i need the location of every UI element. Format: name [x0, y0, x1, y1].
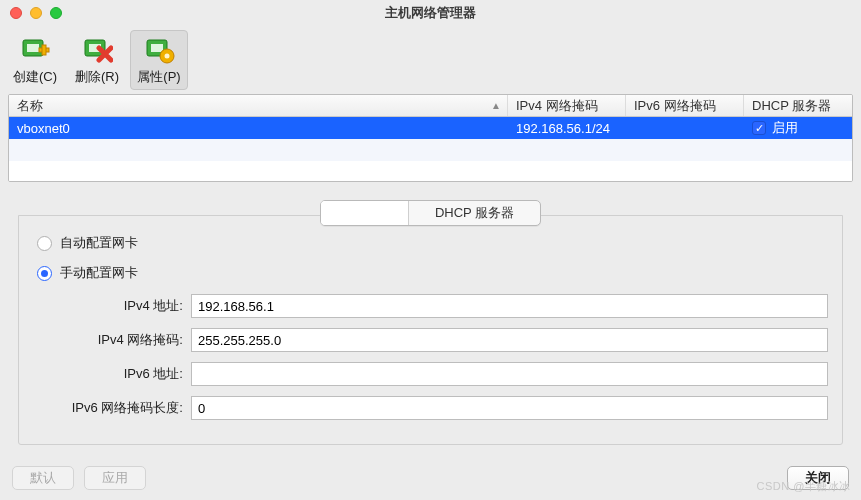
- ipv4-addr-input[interactable]: [191, 294, 828, 318]
- apply-button[interactable]: 应用: [84, 466, 146, 490]
- radio-icon: [37, 236, 52, 251]
- delete-label: 删除(R): [75, 68, 119, 86]
- col-ipv6-mask[interactable]: IPv6 网络掩码: [626, 95, 744, 116]
- watermark: CSDN @半糖冰冰: [757, 479, 851, 494]
- defaults-button[interactable]: 默认: [12, 466, 74, 490]
- tab-bar: DHCP 服务器: [18, 200, 843, 226]
- window-title: 主机网络管理器: [0, 4, 861, 22]
- table-row[interactable]: [9, 161, 852, 182]
- col-name[interactable]: 名称 ▲: [9, 95, 508, 116]
- ipv4-mask-input[interactable]: [191, 328, 828, 352]
- field-ipv4-mask: IPv4 网络掩码:: [33, 328, 828, 352]
- table-row[interactable]: [9, 139, 852, 161]
- delete-button[interactable]: 删除(R): [68, 30, 126, 90]
- ipv4-mask-label: IPv4 网络掩码:: [33, 331, 191, 349]
- create-icon: [19, 34, 51, 66]
- config-panel: DHCP 服务器 自动配置网卡 手动配置网卡 IPv4 地址: IPv4 网络掩…: [8, 182, 853, 460]
- radio-manual-label: 手动配置网卡: [60, 264, 138, 282]
- list-header: 名称 ▲ IPv4 网络掩码 IPv6 网络掩码 DHCP 服务器: [9, 95, 852, 117]
- ipv6-len-label: IPv6 网络掩码长度:: [33, 399, 191, 417]
- col-dhcp[interactable]: DHCP 服务器: [744, 95, 852, 116]
- ipv6-addr-input[interactable]: [191, 362, 828, 386]
- create-label: 创建(C): [13, 68, 57, 86]
- field-ipv4-address: IPv4 地址:: [33, 294, 828, 318]
- properties-button[interactable]: 属性(P): [130, 30, 188, 90]
- row-ipv4: 192.168.56.1/24: [508, 117, 626, 139]
- delete-icon: [81, 34, 113, 66]
- svg-rect-7: [151, 44, 163, 52]
- ipv4-addr-label: IPv4 地址:: [33, 297, 191, 315]
- ipv6-addr-label: IPv6 地址:: [33, 365, 191, 383]
- table-row[interactable]: vboxnet0 192.168.56.1/24 ✓ 启用: [9, 117, 852, 139]
- properties-icon: [143, 34, 175, 66]
- tab-adapter[interactable]: [321, 201, 409, 225]
- field-ipv6-length: IPv6 网络掩码长度:: [33, 396, 828, 420]
- svg-point-9: [165, 54, 170, 59]
- svg-rect-1: [27, 44, 39, 52]
- network-list: 名称 ▲ IPv4 网络掩码 IPv6 网络掩码 DHCP 服务器 vboxne…: [8, 94, 853, 182]
- create-button[interactable]: 创建(C): [6, 30, 64, 90]
- toolbar: 创建(C) 删除(R) 属性(P): [0, 26, 861, 94]
- tab-dhcp-server[interactable]: DHCP 服务器: [409, 201, 540, 225]
- radio-auto-label: 自动配置网卡: [60, 234, 138, 252]
- footer: 默认 应用 关闭: [12, 466, 849, 490]
- titlebar: 主机网络管理器: [0, 0, 861, 26]
- radio-manual-config[interactable]: 手动配置网卡: [33, 264, 828, 282]
- row-dhcp-label: 启用: [772, 119, 798, 137]
- row-ipv6: [626, 117, 744, 139]
- radio-icon: [37, 266, 52, 281]
- col-name-label: 名称: [17, 97, 43, 115]
- dhcp-checkbox-icon[interactable]: ✓: [752, 121, 766, 135]
- field-ipv6-address: IPv6 地址:: [33, 362, 828, 386]
- row-dhcp: ✓ 启用: [744, 117, 852, 139]
- row-name: vboxnet0: [9, 117, 508, 139]
- col-ipv4-mask[interactable]: IPv4 网络掩码: [508, 95, 626, 116]
- ipv6-len-input[interactable]: [191, 396, 828, 420]
- svg-rect-3: [42, 45, 46, 55]
- sort-asc-icon: ▲: [491, 100, 501, 111]
- properties-label: 属性(P): [137, 68, 180, 86]
- radio-auto-config[interactable]: 自动配置网卡: [33, 234, 828, 252]
